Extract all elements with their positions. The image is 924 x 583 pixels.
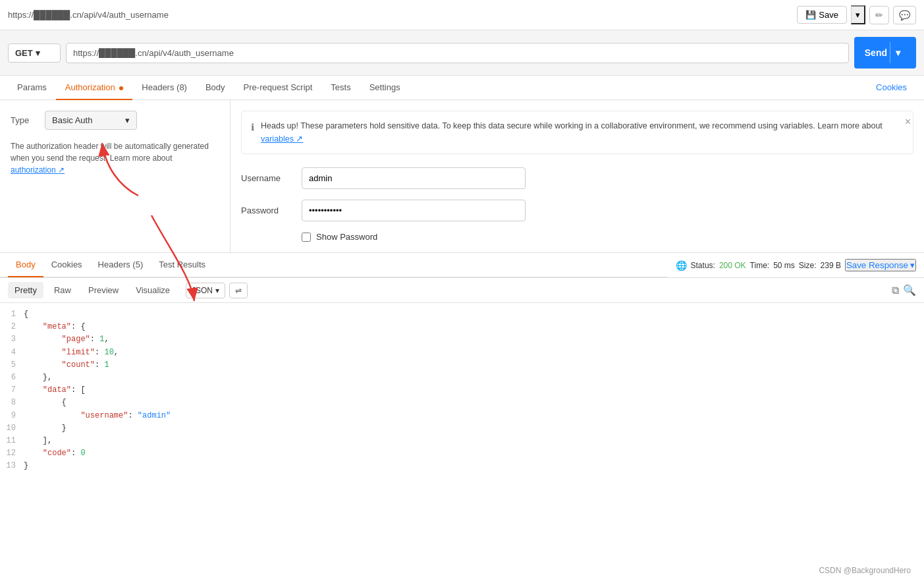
- response-tabs: Body Cookies Headers (5) Test Results: [0, 253, 668, 277]
- tab-cookies[interactable]: Cookies: [867, 76, 916, 100]
- search-icon: 🔍: [903, 285, 916, 296]
- tab-authorization[interactable]: Authorization: [56, 76, 133, 100]
- close-banner-button[interactable]: ×: [905, 113, 911, 130]
- format-tab-preview[interactable]: Preview: [82, 282, 125, 298]
- password-input[interactable]: [302, 200, 526, 221]
- status-value: 200 OK: [719, 261, 746, 270]
- variables-link[interactable]: variables ↗: [261, 134, 304, 144]
- code-line-6: 6 },: [0, 372, 924, 384]
- password-label: Password: [241, 206, 294, 215]
- format-tab-pretty[interactable]: Pretty: [8, 282, 43, 298]
- save-dropdown-button[interactable]: ▾: [851, 5, 865, 24]
- url-bar: GET ▾ Send ▾: [0, 30, 924, 76]
- wrap-lines-icon: ⇌: [235, 286, 242, 295]
- code-line-5: 5 "count": 1: [0, 359, 924, 372]
- authorization-dot: [119, 86, 123, 90]
- code-line-9: 9 "username": "admin": [0, 410, 924, 422]
- info-icon: ℹ: [251, 120, 254, 134]
- password-row: Password: [241, 200, 913, 221]
- save-icon: 💾: [805, 10, 816, 20]
- format-tab-raw[interactable]: Raw: [47, 282, 78, 298]
- code-line-2: 2 "meta": {: [0, 321, 924, 333]
- code-line-11: 11 ],: [0, 435, 924, 447]
- code-view: 1 { 2 "meta": { 3 "page": 1, 4 "limit": …: [0, 303, 924, 478]
- tab-body[interactable]: Body: [196, 76, 234, 100]
- tab-tests[interactable]: Tests: [321, 76, 360, 100]
- main-content: Type Basic Auth ▾ The authorization head…: [0, 100, 924, 253]
- json-format-select[interactable]: JSON ▾: [186, 283, 225, 298]
- save-response-chevron-icon: ▾: [910, 260, 915, 270]
- authorization-link[interactable]: authorization ↗: [11, 165, 65, 175]
- save-response-button[interactable]: Save Response ▾: [845, 259, 916, 271]
- save-button[interactable]: 💾 Save: [797, 6, 847, 24]
- copy-button[interactable]: ⧉: [892, 285, 899, 296]
- code-line-1: 1 {: [0, 308, 924, 321]
- time-label: Time:: [750, 261, 770, 270]
- url-input[interactable]: [66, 43, 849, 63]
- type-row: Type Basic Auth ▾: [11, 111, 219, 130]
- method-chevron-icon: ▾: [36, 48, 40, 58]
- size-label: Size:: [799, 261, 817, 270]
- wrap-button[interactable]: ⇌: [229, 283, 248, 298]
- response-section: Body Cookies Headers (5) Test Results 🌐 …: [0, 253, 924, 478]
- status-bar: 🌐 Status: 200 OK Time: 50 ms Size: 239 B…: [668, 254, 924, 277]
- send-button[interactable]: Send ▾: [854, 37, 916, 69]
- edit-button[interactable]: ✏: [869, 6, 889, 24]
- comment-icon: 💬: [899, 10, 910, 20]
- status-label: Status:: [691, 261, 715, 270]
- size-value: 239 B: [821, 261, 841, 270]
- comment-button[interactable]: 💬: [893, 6, 916, 24]
- code-toolbar: Pretty Raw Preview Visualize JSON ▾ ⇌ ⧉ …: [0, 278, 924, 303]
- time-value: 50 ms: [773, 261, 795, 270]
- response-status-section: Body Cookies Headers (5) Test Results 🌐 …: [0, 253, 924, 278]
- edit-icon: ✏: [875, 10, 883, 20]
- format-tab-visualize[interactable]: Visualize: [129, 282, 177, 298]
- code-line-12: 12 "code": 0: [0, 447, 924, 460]
- resp-tab-headers[interactable]: Headers (5): [90, 253, 151, 277]
- code-line-3: 3 "page": 1,: [0, 333, 924, 346]
- top-bar-actions: 💾 Save ▾ ✏ 💬: [797, 5, 916, 24]
- top-bar: https://██████.cn/api/v4/auth_username 💾…: [0, 0, 924, 30]
- request-tabs: Params Authorization Headers (8) Body Pr…: [0, 76, 924, 100]
- type-label: Type: [11, 115, 37, 125]
- send-dropdown-icon[interactable]: ▾: [890, 42, 906, 63]
- type-select[interactable]: Basic Auth ▾: [45, 111, 137, 130]
- copy-icon: ⧉: [892, 285, 899, 296]
- code-line-7: 7 "data": [: [0, 384, 924, 397]
- code-line-4: 4 "limit": 10,: [0, 347, 924, 359]
- show-password-label: Show Password: [316, 232, 377, 242]
- code-line-13: 13 }: [0, 460, 924, 472]
- tab-headers[interactable]: Headers (8): [132, 76, 196, 100]
- json-chevron-icon: ▾: [215, 286, 219, 295]
- auth-description: The authorization header will be automat…: [11, 140, 219, 176]
- resp-tab-test-results[interactable]: Test Results: [151, 253, 213, 277]
- code-line-10: 10 }: [0, 422, 924, 435]
- tab-params[interactable]: Params: [8, 76, 56, 100]
- type-chevron-icon: ▾: [125, 115, 130, 125]
- username-input[interactable]: [302, 167, 526, 189]
- search-button[interactable]: 🔍: [903, 284, 916, 296]
- top-bar-url: https://██████.cn/api/v4/auth_username: [8, 10, 792, 20]
- resp-tab-body[interactable]: Body: [8, 253, 43, 277]
- username-label: Username: [241, 173, 294, 183]
- username-row: Username: [241, 167, 913, 189]
- code-line-8: 8 {: [0, 397, 924, 409]
- info-banner: ℹ Heads up! These parameters hold sensit…: [241, 111, 913, 154]
- globe-icon: 🌐: [676, 260, 687, 271]
- resp-tab-cookies[interactable]: Cookies: [43, 253, 90, 277]
- tab-prerequest[interactable]: Pre-request Script: [234, 76, 322, 100]
- method-label: GET: [15, 48, 33, 58]
- tab-settings[interactable]: Settings: [360, 76, 410, 100]
- show-password-row: Show Password: [302, 232, 913, 242]
- right-panel: ℹ Heads up! These parameters hold sensit…: [231, 100, 924, 252]
- left-panel: Type Basic Auth ▾ The authorization head…: [0, 100, 231, 252]
- show-password-checkbox[interactable]: [302, 233, 311, 242]
- method-select[interactable]: GET ▾: [8, 43, 61, 63]
